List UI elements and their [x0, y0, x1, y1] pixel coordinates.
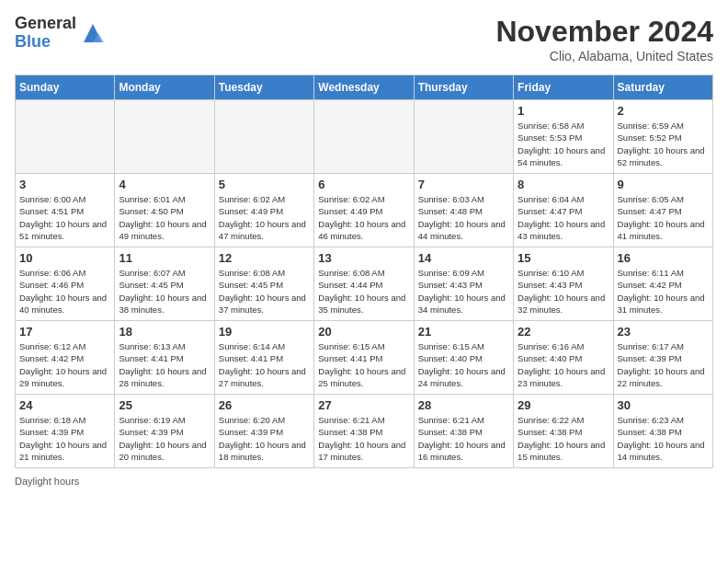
day-number: 3: [19, 178, 110, 191]
day-detail: Sunrise: 6:15 AM Sunset: 4:41 PM Dayligh…: [318, 340, 409, 389]
day-detail: Sunrise: 6:08 AM Sunset: 4:44 PM Dayligh…: [318, 267, 409, 316]
header-tuesday: Tuesday: [214, 75, 313, 100]
day-cell: 10Sunrise: 6:06 AM Sunset: 4:46 PM Dayli…: [16, 247, 115, 321]
day-number: 5: [219, 178, 310, 191]
day-number: 18: [119, 325, 210, 339]
day-detail: Sunrise: 6:05 AM Sunset: 4:47 PM Dayligh…: [618, 193, 709, 242]
day-number: 23: [618, 325, 709, 339]
day-detail: Sunrise: 6:19 AM Sunset: 4:39 PM Dayligh…: [119, 414, 210, 463]
day-cell: 26Sunrise: 6:20 AM Sunset: 4:39 PM Dayli…: [214, 395, 313, 468]
day-number: 17: [19, 325, 110, 339]
day-detail: Sunrise: 6:03 AM Sunset: 4:48 PM Dayligh…: [418, 193, 509, 242]
day-number: 2: [618, 104, 709, 118]
day-cell: [16, 100, 115, 174]
day-detail: Sunrise: 6:13 AM Sunset: 4:41 PM Dayligh…: [119, 340, 210, 389]
week-row-1: 3Sunrise: 6:00 AM Sunset: 4:51 PM Daylig…: [16, 174, 713, 247]
day-number: 27: [318, 398, 409, 412]
day-number: 26: [219, 398, 310, 412]
day-number: 21: [418, 325, 509, 339]
logo-blue: Blue: [15, 33, 76, 52]
header-sunday: Sunday: [16, 75, 115, 100]
day-number: 6: [318, 178, 409, 191]
logo: General Blue: [15, 15, 106, 52]
day-cell: 30Sunrise: 6:23 AM Sunset: 4:38 PM Dayli…: [613, 395, 712, 468]
day-cell: 2Sunrise: 6:59 AM Sunset: 5:52 PM Daylig…: [613, 100, 712, 174]
day-cell: 15Sunrise: 6:10 AM Sunset: 4:43 PM Dayli…: [514, 247, 613, 321]
logo-general: General: [15, 15, 76, 33]
week-row-3: 17Sunrise: 6:12 AM Sunset: 4:42 PM Dayli…: [16, 321, 713, 395]
week-row-4: 24Sunrise: 6:18 AM Sunset: 4:39 PM Dayli…: [16, 395, 713, 468]
day-number: 24: [19, 398, 110, 412]
header-saturday: Saturday: [613, 75, 712, 100]
day-cell: 1Sunrise: 6:58 AM Sunset: 5:53 PM Daylig…: [514, 100, 613, 174]
day-cell: 20Sunrise: 6:15 AM Sunset: 4:41 PM Dayli…: [314, 321, 414, 395]
day-number: 12: [219, 251, 310, 265]
day-cell: 23Sunrise: 6:17 AM Sunset: 4:39 PM Dayli…: [613, 321, 712, 395]
day-detail: Sunrise: 6:02 AM Sunset: 4:49 PM Dayligh…: [219, 193, 310, 242]
day-detail: Sunrise: 6:06 AM Sunset: 4:46 PM Dayligh…: [19, 267, 110, 316]
day-detail: Sunrise: 6:11 AM Sunset: 4:42 PM Dayligh…: [618, 267, 709, 316]
header-wednesday: Wednesday: [314, 75, 414, 100]
day-cell: 7Sunrise: 6:03 AM Sunset: 4:48 PM Daylig…: [414, 174, 513, 247]
day-number: 11: [119, 251, 210, 265]
day-number: 16: [618, 251, 709, 265]
day-cell: 24Sunrise: 6:18 AM Sunset: 4:39 PM Dayli…: [16, 395, 115, 468]
day-cell: 17Sunrise: 6:12 AM Sunset: 4:42 PM Dayli…: [16, 321, 115, 395]
day-cell: [115, 100, 214, 174]
header-friday: Friday: [514, 75, 613, 100]
day-number: 8: [518, 178, 609, 191]
day-detail: Sunrise: 6:14 AM Sunset: 4:41 PM Dayligh…: [219, 340, 310, 389]
day-number: 15: [518, 251, 609, 265]
day-number: 10: [19, 251, 110, 265]
day-number: 29: [518, 398, 609, 412]
page-header: General Blue November 2024 Clio, Alabama…: [15, 15, 713, 63]
day-number: 19: [219, 325, 310, 339]
week-row-2: 10Sunrise: 6:06 AM Sunset: 4:46 PM Dayli…: [16, 247, 713, 321]
day-detail: Sunrise: 6:59 AM Sunset: 5:52 PM Dayligh…: [618, 120, 709, 168]
day-cell: 18Sunrise: 6:13 AM Sunset: 4:41 PM Dayli…: [115, 321, 214, 395]
day-cell: 3Sunrise: 6:00 AM Sunset: 4:51 PM Daylig…: [16, 174, 115, 247]
day-detail: Sunrise: 6:00 AM Sunset: 4:51 PM Dayligh…: [19, 193, 110, 242]
day-cell: 5Sunrise: 6:02 AM Sunset: 4:49 PM Daylig…: [214, 174, 313, 247]
day-detail: Sunrise: 6:07 AM Sunset: 4:45 PM Dayligh…: [119, 267, 210, 316]
title-block: November 2024 Clio, Alabama, United Stat…: [495, 15, 713, 63]
day-detail: Sunrise: 6:10 AM Sunset: 4:43 PM Dayligh…: [518, 267, 609, 316]
header-thursday: Thursday: [414, 75, 513, 100]
day-cell: [414, 100, 513, 174]
day-number: 7: [418, 178, 509, 191]
day-detail: Sunrise: 6:02 AM Sunset: 4:49 PM Dayligh…: [318, 193, 409, 242]
day-number: 9: [618, 178, 709, 191]
day-cell: 19Sunrise: 6:14 AM Sunset: 4:41 PM Dayli…: [214, 321, 313, 395]
day-cell: 8Sunrise: 6:04 AM Sunset: 4:47 PM Daylig…: [514, 174, 613, 247]
day-cell: 6Sunrise: 6:02 AM Sunset: 4:49 PM Daylig…: [314, 174, 414, 247]
day-cell: 25Sunrise: 6:19 AM Sunset: 4:39 PM Dayli…: [115, 395, 214, 468]
day-cell: 12Sunrise: 6:08 AM Sunset: 4:45 PM Dayli…: [214, 247, 313, 321]
day-cell: 14Sunrise: 6:09 AM Sunset: 4:43 PM Dayli…: [414, 247, 513, 321]
day-cell: 29Sunrise: 6:22 AM Sunset: 4:38 PM Dayli…: [514, 395, 613, 468]
day-detail: Sunrise: 6:20 AM Sunset: 4:39 PM Dayligh…: [219, 414, 310, 463]
location: Clio, Alabama, United States: [495, 49, 713, 63]
month-title: November 2024: [495, 15, 713, 49]
day-detail: Sunrise: 6:15 AM Sunset: 4:40 PM Dayligh…: [418, 340, 509, 389]
day-number: 25: [119, 398, 210, 412]
day-cell: 4Sunrise: 6:01 AM Sunset: 4:50 PM Daylig…: [115, 174, 214, 247]
day-cell: 21Sunrise: 6:15 AM Sunset: 4:40 PM Dayli…: [414, 321, 513, 395]
day-cell: 27Sunrise: 6:21 AM Sunset: 4:38 PM Dayli…: [314, 395, 414, 468]
day-detail: Sunrise: 6:58 AM Sunset: 5:53 PM Dayligh…: [518, 120, 609, 168]
footer-daylight: Daylight hours: [15, 476, 713, 487]
day-detail: Sunrise: 6:21 AM Sunset: 4:38 PM Dayligh…: [318, 414, 409, 463]
day-cell: [314, 100, 414, 174]
week-row-0: 1Sunrise: 6:58 AM Sunset: 5:53 PM Daylig…: [16, 100, 713, 174]
day-number: 1: [518, 104, 609, 118]
day-cell: 11Sunrise: 6:07 AM Sunset: 4:45 PM Dayli…: [115, 247, 214, 321]
header-monday: Monday: [115, 75, 214, 100]
day-detail: Sunrise: 6:08 AM Sunset: 4:45 PM Dayligh…: [219, 267, 310, 316]
header-row: SundayMondayTuesdayWednesdayThursdayFrid…: [16, 75, 713, 100]
day-detail: Sunrise: 6:01 AM Sunset: 4:50 PM Dayligh…: [119, 193, 210, 242]
day-detail: Sunrise: 6:09 AM Sunset: 4:43 PM Dayligh…: [418, 267, 509, 316]
day-detail: Sunrise: 6:12 AM Sunset: 4:42 PM Dayligh…: [19, 340, 110, 389]
day-number: 28: [418, 398, 509, 412]
day-number: 13: [318, 251, 409, 265]
day-detail: Sunrise: 6:21 AM Sunset: 4:38 PM Dayligh…: [418, 414, 509, 463]
day-detail: Sunrise: 6:16 AM Sunset: 4:40 PM Dayligh…: [518, 340, 609, 389]
